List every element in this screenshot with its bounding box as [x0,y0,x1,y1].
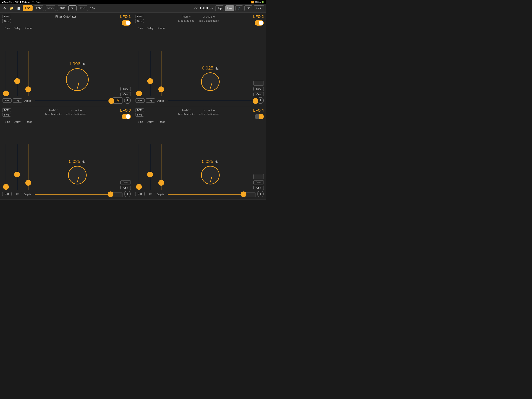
lfo1-waveform-display[interactable]: ≋ [113,97,122,103]
lfo2-phase-slider[interactable] [158,51,165,96]
lfo3-delay-slider[interactable] [13,144,21,190]
lfo2-key-button[interactable]: Key [146,98,155,103]
lfo2-delay-slider[interactable] [146,51,154,96]
tap-button[interactable]: Tap [215,5,224,11]
tab-kbd[interactable]: KBD [78,5,88,11]
lfo3-sine-slider[interactable] [2,144,10,190]
lfo3-depth-track[interactable] [35,194,111,194]
lfo3-knob[interactable] [68,166,87,184]
lfo2-toggle[interactable] [255,20,264,26]
lfo2-edit-button[interactable]: Edit [135,98,145,103]
tab-env[interactable]: ENV [34,5,44,11]
lfo2-depth-thumb[interactable] [253,98,258,104]
lfo1-right-controls: Slow One [120,86,131,96]
lfo3-depth-thumb[interactable] [108,192,114,197]
app-store-label: ◀ App Store [2,1,14,4]
tab-arp[interactable]: ARP [57,5,67,11]
lfo4-phase-slider[interactable] [158,144,165,190]
bg-button[interactable]: BG [244,5,252,11]
lfo2-slow-button[interactable]: Slow [253,87,264,91]
lfo3-sync-button[interactable]: Sync [2,113,11,116]
lfo3-delay-thumb[interactable] [14,172,20,177]
tab-mod[interactable]: MOD [45,5,56,11]
lfo4-push-row: Push '+' Mod Matrix to or use the add a … [178,108,219,116]
link-button[interactable]: Link [225,5,234,11]
lfo3-add-button[interactable]: + [124,191,131,197]
lfo3-toggle[interactable] [122,114,131,119]
bpm-prev-button[interactable]: << [193,6,198,10]
lfo4-delay-slider[interactable] [146,144,154,190]
lfo4-delay-thumb[interactable] [147,172,153,177]
lfo1-sine-slider[interactable] [2,51,10,96]
lfo1-delay-slider[interactable] [13,51,21,96]
lfo1-depth-track[interactable] [35,101,111,101]
lfo2-sine-slider[interactable] [135,51,143,96]
lfo3-bpm-button[interactable]: BPM [2,108,11,112]
lfo2-delay-thumb[interactable] [147,78,153,84]
lfo1-slow-button[interactable]: Slow [120,87,131,91]
lfo3-slow-button[interactable]: Slow [120,180,131,184]
lfo1-key-button[interactable]: Key [13,98,22,103]
lfo4-panel: BPM Sync Push '+' Mod Matrix to or use t… [133,106,266,200]
lfo3-one-button[interactable]: One [120,186,131,190]
lfo2-sine-thumb[interactable] [136,90,142,96]
tab-off[interactable]: Off [69,5,76,11]
lfo4-sine-slider[interactable] [135,144,143,190]
lfo1-top: BPM Sync Filter Cutoff (1) LFO 1 [2,15,131,26]
toolbar: ⚙ 📁 💾 LFO ENV MOD ARP Off KBD 6 % << 120… [0,4,266,12]
lfo1-delay-thumb[interactable] [14,78,20,84]
save-button[interactable]: 💾 [16,5,21,11]
lfo4-add-button[interactable]: + [257,191,264,197]
lfo4-depth-track[interactable] [168,194,244,194]
lfo1-phase-thumb[interactable] [25,86,31,92]
lfo1-phase-slider[interactable] [25,51,32,96]
lfo4-sliders-knob: 0.025 Hz Slow One [135,123,264,190]
lfo4-toggle[interactable] [255,114,264,119]
lfo3-right-col: LFO 3 [120,108,131,119]
lfo2-phase-thumb[interactable] [158,86,164,92]
time-display: 10:14 [15,1,21,3]
bluetooth-button[interactable]: 🎵 [235,5,243,11]
lfo4-left-col: BPM Sync [135,108,144,116]
lfo2-top: BPM Sync Push '+' Mod Matrix to or use t… [135,15,264,26]
lfo2-sync-button[interactable]: Sync [135,19,144,23]
lfo3-key-button[interactable]: Key [13,192,22,196]
lfo3-hz-unit: Hz [82,160,86,164]
lfo1-edit-key-row: Edit Key [2,98,22,103]
lfo4-sync-button[interactable]: Sync [135,113,144,116]
lfo1-sync-button[interactable]: Sync [2,19,11,23]
lfo1-add-button[interactable]: + [124,97,131,104]
lfo1-depth-thumb[interactable] [108,98,114,104]
lfo4-key-button[interactable]: Key [146,192,155,196]
panic-button[interactable]: Panic [254,5,264,11]
lfo2-knob[interactable] [201,72,220,91]
lfo4-phase-thumb[interactable] [158,180,164,186]
lfo4-sine-thumb[interactable] [136,184,142,190]
lfo2-sine-label: Sine [136,27,145,30]
lfo4-knob[interactable] [201,166,220,184]
lfo1-sine-thumb[interactable] [3,90,9,96]
lfo1-one-button[interactable]: One [120,92,131,96]
lfo4-one-button[interactable]: One [253,186,264,190]
lfo3-sine-thumb[interactable] [3,184,9,190]
bpm-next-button[interactable]: >> [209,6,214,10]
tab-lfo[interactable]: LFO [23,5,32,11]
lfo1-knob[interactable] [66,68,89,91]
folder-button[interactable]: 📁 [9,5,14,11]
lfo3-phase-slider[interactable] [25,144,32,190]
lfo1-toggle[interactable] [122,20,131,26]
gear-button[interactable]: ⚙ [2,5,7,11]
lfo3-edit-button[interactable]: Edit [2,192,12,196]
lfo3-push-col1: Push '+' Mod Matrix to [45,108,61,116]
lfo3-phase-thumb[interactable] [25,180,31,186]
lfo2-one-button[interactable]: One [253,92,264,96]
lfo4-slow-button[interactable]: Slow [253,180,264,184]
lfo1-bpm-button[interactable]: BPM [2,15,11,18]
lfo4-depth-thumb[interactable] [241,192,247,197]
lfo1-edit-button[interactable]: Edit [2,98,12,103]
lfo2-depth-track[interactable] [168,101,255,101]
lfo4-edit-button[interactable]: Edit [135,192,145,196]
lfo2-push-line2: Mod Matrix to [178,19,194,23]
lfo4-bpm-button[interactable]: BPM [135,108,144,112]
lfo2-bpm-button[interactable]: BPM [135,15,144,18]
